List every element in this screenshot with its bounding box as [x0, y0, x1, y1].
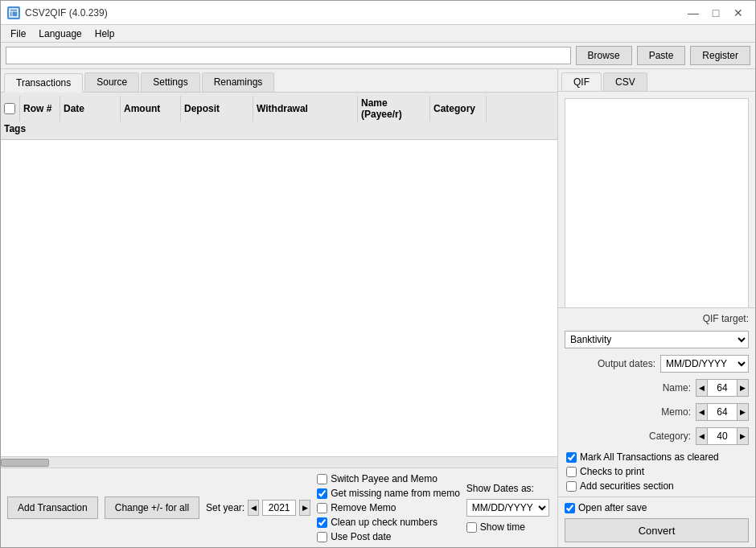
name-label: Name:	[663, 382, 691, 393]
remove-memo-label: Remove Memo	[331, 502, 396, 513]
right-controls: QIF target: Banktivity Quicken GnuCash M…	[558, 307, 755, 496]
right-checkboxes: Mark All Transactions as cleared Checks …	[565, 451, 749, 492]
show-time-checkbox[interactable]	[466, 522, 477, 533]
clean-check-checkbox[interactable]	[317, 517, 327, 528]
title-bar-left: CSV2QIF (4.0.239)	[7, 6, 108, 19]
menu-help[interactable]: Help	[88, 27, 121, 41]
use-post-label: Use Post date	[331, 531, 391, 542]
tab-csv[interactable]: CSV	[603, 72, 647, 91]
show-time-row: Show time	[466, 521, 549, 533]
memo-increment-button[interactable]: ▶	[737, 404, 748, 420]
maximize-button[interactable]: □	[705, 5, 726, 21]
main-content: Transactions Source Settings Renamings R…	[1, 69, 755, 547]
col-checkbox[interactable]	[1, 96, 20, 122]
mark-cleared-checkbox[interactable]	[566, 452, 577, 463]
tab-transactions[interactable]: Transactions	[4, 73, 83, 93]
category-spinner: ◀ 40 ▶	[696, 427, 749, 445]
app-icon	[7, 6, 20, 19]
output-dates-row: Output dates: MM/DD/YYYY DD/MM/YYYY YYYY…	[565, 355, 749, 373]
close-button[interactable]: ✕	[728, 5, 749, 21]
menu-file[interactable]: File	[4, 27, 32, 41]
options-area: Switch Payee and Memo Get missing name f…	[317, 473, 460, 542]
clean-check-label: Clean up check numbers	[331, 517, 438, 528]
browse-button[interactable]: Browse	[576, 46, 632, 65]
memo-value: 64	[708, 404, 737, 420]
tab-source[interactable]: Source	[84, 72, 139, 92]
memo-row: Memo: ◀ 64 ▶	[565, 403, 749, 421]
table-body	[1, 140, 557, 456]
window-title: CSV2QIF (4.0.239)	[25, 7, 108, 19]
checks-to-print-checkbox[interactable]	[566, 467, 577, 477]
year-input[interactable]	[262, 500, 296, 516]
option-get-missing: Get missing name from memo	[317, 488, 460, 499]
select-all-checkbox[interactable]	[4, 103, 15, 114]
paste-button[interactable]: Paste	[637, 46, 686, 65]
option-remove-memo: Remove Memo	[317, 502, 460, 513]
checks-to-print-label: Checks to print	[580, 466, 644, 477]
option-switch-payee: Switch Payee and Memo	[317, 473, 460, 484]
dates-format-select[interactable]: MM/DD/YYYY DD/MM/YYYY YYYY/MM/DD	[466, 499, 549, 517]
category-label: Category:	[649, 431, 691, 442]
open-after-save-row: Open after save	[565, 502, 749, 513]
right-panel: QIF CSV QIF target: Banktivity Quicken G…	[558, 69, 755, 547]
left-panel: Transactions Source Settings Renamings R…	[1, 69, 558, 547]
title-bar-buttons: — □ ✕	[683, 5, 749, 21]
name-increment-button[interactable]: ▶	[737, 380, 748, 396]
add-securities-checkbox[interactable]	[566, 481, 577, 492]
output-dates-select[interactable]: MM/DD/YYYY DD/MM/YYYY YYYY/MM/DD	[660, 355, 749, 373]
register-button[interactable]: Register	[690, 46, 750, 65]
mark-cleared-row: Mark All Transactions as cleared	[566, 451, 747, 463]
open-after-save-label: Open after save	[578, 502, 647, 513]
memo-label: Memo:	[661, 406, 691, 418]
title-bar: CSV2QIF (4.0.239) — □ ✕	[1, 1, 755, 25]
bottom-toolbar: Add Transaction Change +/- for all Set y…	[1, 468, 557, 547]
scrollbar-thumb[interactable]	[1, 459, 49, 467]
horizontal-scrollbar[interactable]	[1, 456, 557, 468]
get-missing-checkbox[interactable]	[317, 488, 327, 499]
col-name: Name (Payee/r)	[358, 96, 430, 122]
qif-target-select[interactable]: Banktivity Quicken GnuCash MS Money	[565, 331, 749, 348]
tab-renamings[interactable]: Renamings	[202, 72, 275, 92]
open-after-save-checkbox[interactable]	[565, 503, 575, 513]
switch-payee-checkbox[interactable]	[317, 474, 327, 484]
name-spinner: ◀ 64 ▶	[696, 379, 749, 397]
add-securities-row: Add securities section	[566, 480, 747, 492]
show-time-label: Show time	[480, 521, 525, 533]
menu-language[interactable]: Language	[32, 27, 88, 41]
set-year-control: Set year: ◀ ▶	[206, 500, 310, 516]
category-row: Category: ◀ 40 ▶	[565, 427, 749, 445]
category-decrement-button[interactable]: ◀	[696, 428, 708, 444]
output-dates-label: Output dates:	[598, 358, 655, 369]
col-tags: Tags	[1, 122, 20, 136]
dates-area: Show Dates as: MM/DD/YYYY DD/MM/YYYY YYY…	[466, 483, 549, 533]
year-decrement-button[interactable]: ◀	[248, 500, 259, 516]
change-all-button[interactable]: Change +/- for all	[105, 496, 199, 519]
remove-memo-checkbox[interactable]	[317, 503, 327, 513]
tab-settings[interactable]: Settings	[141, 72, 199, 92]
col-amount: Amount	[121, 96, 181, 122]
memo-decrement-button[interactable]: ◀	[696, 404, 708, 420]
convert-button[interactable]: Convert	[565, 518, 749, 542]
mark-cleared-label: Mark All Transactions as cleared	[580, 451, 719, 463]
file-path-input[interactable]	[6, 47, 571, 64]
qif-target-label: QIF target:	[703, 313, 749, 324]
right-preview-content	[558, 92, 755, 307]
get-missing-label: Get missing name from memo	[331, 488, 460, 499]
name-row: Name: ◀ 64 ▶	[565, 379, 749, 397]
name-decrement-button[interactable]: ◀	[696, 380, 708, 396]
right-tabs: QIF CSV	[558, 69, 755, 92]
toolbar: Browse Paste Register	[1, 43, 755, 69]
year-increment-button[interactable]: ▶	[299, 500, 310, 516]
qif-preview-area	[565, 98, 749, 307]
option-clean-check: Clean up check numbers	[317, 517, 460, 528]
checks-to-print-row: Checks to print	[566, 466, 747, 477]
table-header: Row # Date Amount Deposit Withdrawal Nam…	[1, 93, 557, 140]
col-category: Category	[430, 96, 487, 122]
tab-qif[interactable]: QIF	[561, 72, 602, 91]
option-use-post: Use Post date	[317, 531, 460, 542]
minimize-button[interactable]: —	[683, 5, 704, 21]
add-transaction-button[interactable]: Add Transaction	[7, 496, 98, 519]
use-post-checkbox[interactable]	[317, 532, 327, 542]
show-dates-label: Show Dates as:	[466, 483, 549, 494]
category-increment-button[interactable]: ▶	[737, 428, 748, 444]
